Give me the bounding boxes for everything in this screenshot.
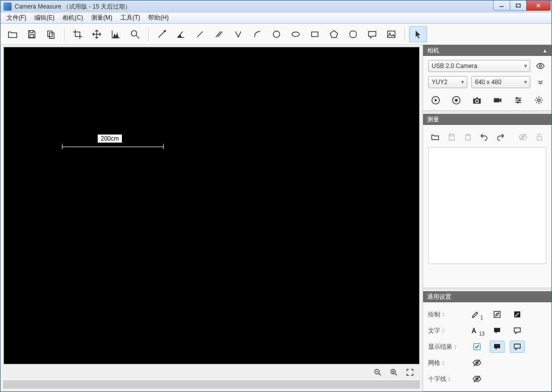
- play-button[interactable]: [428, 94, 443, 106]
- svg-rect-31: [455, 99, 458, 102]
- minimize-button[interactable]: [493, 1, 510, 11]
- camera-device-select[interactable]: USB 2.0 Camera▼: [428, 60, 530, 72]
- menu-help[interactable]: 帮助(H): [144, 13, 173, 23]
- ellipse-button[interactable]: [287, 26, 305, 42]
- v-angle-button[interactable]: [229, 26, 247, 42]
- measure-panel-header[interactable]: 测量: [423, 114, 551, 125]
- edit-box-button[interactable]: [490, 308, 505, 320]
- speech-outline-button[interactable]: [363, 26, 381, 42]
- scrollbar-thumb[interactable]: [4, 381, 419, 388]
- side-panels: 相机 ▲ USB 2.0 Camera▼ YUY2▼ 640 x 480▼: [423, 45, 551, 391]
- chevron-down-icon: ▼: [523, 63, 528, 69]
- svg-rect-19: [388, 31, 395, 37]
- grid-visibility-button[interactable]: [469, 357, 485, 369]
- svg-line-22: [379, 373, 381, 375]
- svg-rect-44: [537, 137, 541, 140]
- angle-tool-button[interactable]: [172, 26, 190, 42]
- zoom-button[interactable]: [126, 26, 144, 42]
- general-settings-header[interactable]: 通用设置: [423, 291, 551, 302]
- histogram-button[interactable]: [107, 26, 125, 42]
- svg-rect-45: [494, 311, 500, 317]
- maximize-button[interactable]: [510, 1, 527, 11]
- pentagon-button[interactable]: [325, 26, 343, 42]
- measure-undo-button[interactable]: [479, 131, 489, 143]
- camera-format-select[interactable]: YUY2▼: [428, 76, 467, 88]
- separator: [148, 28, 149, 41]
- arc-button[interactable]: [248, 26, 266, 42]
- horizontal-scrollbar[interactable]: [4, 380, 420, 388]
- svg-line-25: [395, 373, 397, 375]
- snapshot-button[interactable]: [469, 94, 485, 106]
- speech-filled-button[interactable]: [490, 324, 505, 337]
- crop-button[interactable]: [68, 26, 87, 42]
- fullscreen-button[interactable]: [404, 367, 416, 378]
- menu-file[interactable]: 文件(F): [3, 13, 30, 23]
- svg-rect-34: [494, 98, 500, 102]
- measure-lock-button[interactable]: [534, 131, 544, 143]
- menu-measure[interactable]: 测量(M): [87, 13, 116, 23]
- open-button[interactable]: [4, 26, 22, 42]
- menu-edit[interactable]: 编辑(E): [30, 13, 58, 23]
- expand-down-button[interactable]: [534, 76, 546, 88]
- result-filled-button[interactable]: [490, 341, 505, 353]
- camera-resolution-select[interactable]: 640 x 480▼: [471, 76, 530, 88]
- single-line-button[interactable]: [191, 26, 209, 42]
- circle-button[interactable]: [267, 26, 286, 42]
- svg-rect-6: [49, 33, 54, 38]
- svg-point-28: [539, 65, 542, 68]
- svg-marker-17: [330, 30, 338, 37]
- speech-outline-button[interactable]: [510, 324, 525, 337]
- image-button[interactable]: [382, 26, 400, 42]
- parallel-lines-button[interactable]: [210, 26, 228, 42]
- measurement-line[interactable]: [62, 144, 164, 149]
- measure-open-button[interactable]: [430, 131, 440, 143]
- copy-button[interactable]: [42, 26, 60, 42]
- measure-visibility-button[interactable]: [518, 131, 528, 143]
- close-button[interactable]: [526, 1, 550, 11]
- invert-button[interactable]: [510, 308, 525, 320]
- window-buttons: [494, 1, 551, 13]
- svg-rect-16: [312, 32, 318, 36]
- general-settings-body: 绘制： 1 文字： 13 显示结果：: [423, 302, 551, 391]
- zoom-out-button[interactable]: [372, 367, 383, 378]
- text-label: 文字：: [428, 326, 469, 335]
- result-outline-button[interactable]: [510, 341, 525, 353]
- svg-rect-18: [350, 31, 357, 37]
- measure-delete-button[interactable]: [463, 131, 473, 143]
- chevron-up-icon: ▲: [542, 48, 547, 53]
- rectangle-button[interactable]: [306, 26, 324, 42]
- font-size-button[interactable]: 13: [469, 324, 485, 337]
- move-button[interactable]: [88, 26, 106, 42]
- measurement-tick-right: [163, 144, 164, 149]
- line-tool-button[interactable]: [153, 26, 171, 42]
- camera-device-value: USB 2.0 Camera: [432, 62, 477, 70]
- show-result-checkbox[interactable]: [469, 341, 485, 353]
- menu-camera[interactable]: 相机(C): [58, 13, 87, 23]
- content-area: 200cm 相机 ▲ USB 2.0 Camera▼: [1, 45, 551, 391]
- crosshair-label: 十字线：: [428, 375, 469, 383]
- save-button[interactable]: [23, 26, 41, 42]
- preview-eye-button[interactable]: [534, 60, 546, 72]
- settings-button[interactable]: [531, 94, 546, 106]
- record-button[interactable]: [490, 94, 505, 106]
- rounded-square-button[interactable]: [344, 26, 362, 42]
- svg-point-7: [131, 30, 137, 36]
- canvas[interactable]: 200cm: [4, 47, 420, 364]
- grid-label: 网格：: [428, 359, 469, 367]
- measure-redo-button[interactable]: [496, 131, 506, 143]
- general-settings-panel: 通用设置 绘制： 1 文字： 13: [423, 291, 551, 391]
- menu-tools[interactable]: 工具(T): [116, 13, 144, 23]
- svg-line-9: [159, 31, 165, 37]
- svg-point-41: [538, 99, 540, 102]
- measure-list[interactable]: [428, 147, 546, 264]
- pointer-button[interactable]: [409, 26, 427, 42]
- show-result-label: 显示结果：: [428, 343, 469, 351]
- stop-button[interactable]: [449, 94, 464, 106]
- crosshair-visibility-button[interactable]: [469, 373, 485, 385]
- measurement-label[interactable]: 200cm: [98, 135, 122, 143]
- camera-panel-header[interactable]: 相机 ▲: [423, 45, 551, 56]
- measure-save-button[interactable]: [446, 131, 456, 143]
- adjust-button[interactable]: [511, 94, 526, 106]
- pen-size-button[interactable]: 1: [469, 308, 485, 320]
- zoom-in-button[interactable]: [388, 367, 399, 378]
